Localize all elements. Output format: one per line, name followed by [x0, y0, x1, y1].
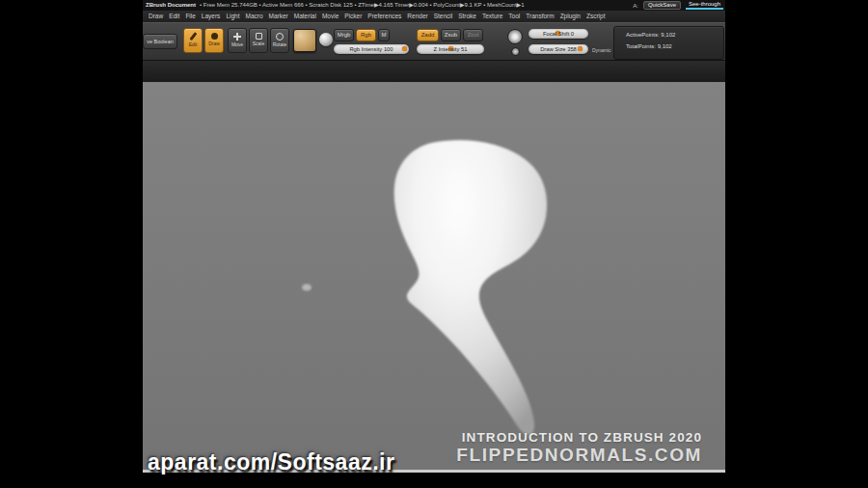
title-bar: ZBrush Document• Free Mem 25.744GB • Act… [143, 0, 725, 11]
menu-texture[interactable]: Texture [479, 11, 505, 22]
menu-stroke[interactable]: Stroke [455, 11, 479, 22]
total-points-readout: TotalPoints: 9,102 [626, 43, 672, 49]
move-arrows-icon [233, 33, 241, 41]
zsub-button[interactable]: Zsub [441, 29, 461, 41]
menu-bar: Draw Edit File Layers Light Macro Marker… [143, 11, 725, 22]
live-boolean-label: ve Boolean [144, 35, 176, 48]
menu-edit[interactable]: Edit [166, 11, 182, 22]
draw-label: Draw [205, 41, 223, 46]
menu-stencil[interactable]: Stencil [431, 11, 456, 22]
zadd-label: Zadd [418, 30, 438, 41]
focal-shift-ring-icon [507, 29, 523, 44]
draw-mode-button[interactable]: Draw [204, 28, 224, 53]
move-mode-button[interactable]: Move [228, 28, 247, 53]
autosave-indicator: A: [633, 3, 638, 9]
video-site-watermark: aparat.com/Softsaaz.ir [148, 449, 394, 475]
rgb-intensity-value: Rgb Intensity 100 [334, 44, 409, 54]
menu-draw[interactable]: Draw [146, 11, 166, 22]
scale-box-icon [256, 33, 262, 40]
move-label: Move [229, 41, 246, 47]
see-through-slider[interactable]: See-through [686, 1, 723, 10]
mrgb-label: Mrgb [335, 30, 353, 41]
focal-shift-slider[interactable]: Focal Shift 0 [529, 29, 588, 39]
points-stats-panel: ActivePoints: 9,102 TotalPoints: 9,102 [613, 26, 724, 60]
z-intensity-slider[interactable]: Z Intensity 51 [417, 44, 484, 54]
active-points-readout: ActivePoints: 9,102 [626, 32, 675, 38]
document-title: ZBrush Document [146, 2, 196, 8]
live-boolean-button[interactable]: ve Boolean [143, 34, 177, 49]
title-text: ZBrush Document• Free Mem 25.744GB • Act… [146, 0, 525, 11]
menu-movie[interactable]: Movie [319, 11, 341, 22]
rgb-intensity-slider[interactable]: Rgb Intensity 100 [334, 44, 409, 54]
focal-shift-value: Focal Shift 0 [529, 29, 588, 39]
menu-material[interactable]: Material [291, 11, 319, 22]
focal-shift-dot-icon [511, 47, 520, 56]
zsub-label: Zsub [442, 30, 460, 41]
memory-stats: • Free Mem 25.744GB • Active Mem 666 • S… [200, 2, 525, 8]
rotate-label: Rotate [271, 41, 288, 47]
menu-zscript[interactable]: Zscript [583, 11, 609, 22]
material-thumbnail[interactable] [319, 33, 333, 46]
sculpt-mesh[interactable] [394, 140, 547, 435]
sculpt-viewport[interactable] [143, 82, 725, 473]
zadd-button[interactable]: Zadd [417, 29, 439, 41]
top-shelf: ve Boolean Edit Draw Move Scale Rotate [143, 22, 725, 60]
rotate-mode-button[interactable]: Rotate [270, 28, 289, 53]
zcut-button[interactable]: Zcut [463, 29, 483, 41]
scale-mode-button[interactable]: Scale [249, 28, 268, 53]
menu-file[interactable]: File [182, 11, 198, 22]
mrgb-button[interactable]: Mrgb [334, 29, 354, 41]
zbrush-window: ZBrush Document• Free Mem 25.744GB • Act… [143, 0, 725, 488]
scale-label: Scale [250, 41, 267, 46]
menu-preferences[interactable]: Preferences [365, 11, 404, 22]
rotate-circle-icon [276, 33, 284, 41]
tutorial-site-watermark: FLIPPEDNORMALS.COM [456, 445, 702, 466]
menu-light[interactable]: Light [223, 11, 242, 22]
menu-render[interactable]: Render [404, 11, 430, 22]
draw-size-value: Draw Size 358 [529, 44, 588, 54]
brush-dot-icon [211, 33, 218, 40]
zcut-label: Zcut [464, 30, 482, 41]
brush-cursor-dot [302, 285, 312, 291]
edit-mode-button[interactable]: Edit [183, 28, 203, 53]
pencil-icon [189, 32, 197, 41]
tutorial-title-watermark: INTRODUCTION TO ZBRUSH 2020 [462, 430, 702, 445]
menu-transform[interactable]: Transform [523, 11, 556, 22]
title-bar-right: A: QuickSave See-through [633, 0, 723, 11]
m-button[interactable]: M [378, 29, 390, 41]
menu-zplugin[interactable]: Zplugin [557, 11, 583, 22]
dynamic-mode-label[interactable]: Dynamic [592, 46, 610, 54]
shelf-canvas-divider [143, 60, 725, 82]
rgb-label: Rgb [357, 30, 375, 41]
draw-size-slider[interactable]: Draw Size 358 [529, 44, 588, 54]
menu-marker[interactable]: Marker [266, 11, 291, 22]
edit-label: Edit [184, 41, 202, 47]
current-brush-thumbnail[interactable] [293, 29, 316, 52]
rgb-button[interactable]: Rgb [356, 29, 376, 41]
z-intensity-value: Z Intensity 51 [417, 44, 484, 54]
video-frame: ZBrush Document• Free Mem 25.744GB • Act… [0, 0, 868, 488]
menu-picker[interactable]: Picker [341, 11, 365, 22]
menu-tool[interactable]: Tool [505, 11, 523, 22]
quicksave-button[interactable]: QuickSave [643, 1, 681, 10]
menu-layers[interactable]: Layers [199, 11, 224, 22]
menu-macro[interactable]: Macro [242, 11, 265, 22]
m-label: M [379, 30, 389, 41]
document-canvas[interactable]: INTRODUCTION TO ZBRUSH 2020 FLIPPEDNORMA… [143, 82, 725, 473]
